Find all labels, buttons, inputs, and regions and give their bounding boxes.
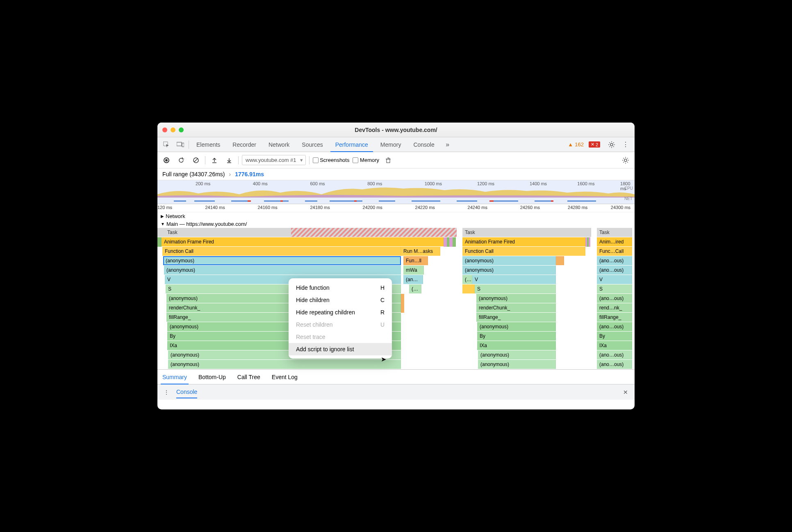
clear-icon[interactable] bbox=[190, 155, 202, 166]
flame-anon[interactable]: (ano…ous) bbox=[597, 350, 632, 359]
flame-aff[interactable]: Animation Frame Fired bbox=[162, 237, 444, 246]
console-drawer-label[interactable]: Console bbox=[176, 389, 197, 398]
close-window-button[interactable] bbox=[162, 127, 167, 132]
flame-bar[interactable] bbox=[556, 256, 564, 265]
flame-s[interactable]: S bbox=[475, 284, 556, 293]
flame-chart[interactable]: Task Task Task Animation Frame Fired Ani… bbox=[157, 228, 635, 369]
divider bbox=[309, 156, 310, 164]
flame-renderchunk[interactable]: renderChunk_ bbox=[476, 303, 556, 312]
svg-rect-19 bbox=[494, 200, 518, 202]
flame-bar[interactable] bbox=[462, 284, 475, 293]
tab-performance[interactable]: Performance bbox=[330, 137, 373, 152]
flame-paren[interactable]: (… bbox=[462, 275, 472, 284]
flame-task[interactable]: Task bbox=[462, 228, 591, 237]
flame-anon[interactable]: (ano…ous) bbox=[597, 322, 632, 331]
tab-network[interactable]: Network bbox=[264, 137, 294, 152]
flame-s[interactable]: S bbox=[597, 284, 632, 293]
flame-v[interactable]: V bbox=[597, 275, 632, 284]
profile-select[interactable]: www.youtube.com #1 bbox=[242, 155, 306, 165]
flame-fc[interactable]: Func…Call bbox=[597, 247, 632, 256]
flame-funll[interactable]: Fun…ll bbox=[403, 256, 428, 265]
tab-console[interactable]: Console bbox=[408, 137, 439, 152]
flame-aff[interactable]: Animation Frame Fired bbox=[462, 237, 585, 246]
divider bbox=[238, 156, 239, 164]
settings-icon[interactable] bbox=[606, 139, 617, 150]
memory-checkbox[interactable]: Memory bbox=[353, 157, 379, 164]
tab-recorder[interactable]: Recorder bbox=[228, 137, 261, 152]
ctx-hide-function[interactable]: Hide functionH bbox=[289, 282, 392, 294]
drawer-kebab-icon[interactable]: ⋮ bbox=[161, 386, 172, 398]
flame-task[interactable]: Task bbox=[597, 228, 632, 237]
flame-anon[interactable]: (anonymous) bbox=[462, 256, 556, 265]
flame-by[interactable]: By bbox=[477, 332, 556, 341]
breadcrumb-current[interactable]: 1776.91ms bbox=[235, 171, 264, 177]
garbage-collect-icon[interactable] bbox=[382, 155, 394, 166]
flame-anon[interactable]: (ano…ous) bbox=[597, 256, 632, 265]
upload-icon[interactable] bbox=[209, 155, 220, 166]
flame-fc[interactable]: Function Call bbox=[462, 247, 585, 256]
warnings-badge[interactable]: ▲ 162 bbox=[568, 141, 584, 148]
flame-fc[interactable]: Function Call bbox=[162, 247, 401, 256]
tab-memory[interactable]: Memory bbox=[376, 137, 406, 152]
flame-by[interactable]: By bbox=[597, 332, 632, 341]
btab-summary[interactable]: Summary bbox=[161, 370, 189, 384]
flame-mwa[interactable]: mWa bbox=[403, 266, 424, 275]
flame-anon[interactable]: (ano…ous) bbox=[597, 294, 632, 303]
btab-calltree[interactable]: Call Tree bbox=[236, 370, 262, 384]
expand-icon: ▶ bbox=[161, 214, 164, 218]
tab-elements[interactable]: Elements bbox=[191, 137, 225, 152]
flame-task[interactable]: Task bbox=[157, 228, 457, 237]
svg-rect-8 bbox=[387, 159, 390, 163]
flame-anon[interactable]: (ano…ous) bbox=[597, 360, 632, 369]
record-icon[interactable] bbox=[161, 155, 172, 166]
breadcrumb-full[interactable]: Full range (34307.26ms) bbox=[162, 171, 225, 177]
flame-anon-selected[interactable]: (anonymous) bbox=[163, 256, 401, 265]
capture-settings-icon[interactable] bbox=[620, 155, 631, 166]
screenshots-checkbox[interactable]: Screenshots bbox=[313, 157, 350, 164]
reload-icon[interactable] bbox=[175, 155, 187, 166]
ctx-hide-repeating[interactable]: Hide repeating childrenR bbox=[289, 306, 392, 318]
flame-anon[interactable]: (anonymous) bbox=[462, 266, 556, 275]
flame-ixa[interactable]: IXa bbox=[477, 341, 556, 350]
device-icon[interactable] bbox=[175, 139, 186, 150]
flame-anon[interactable]: (anonymous) bbox=[477, 322, 556, 331]
ctx-hide-children[interactable]: Hide childrenC bbox=[289, 294, 392, 306]
network-track-header[interactable]: ▶Network bbox=[157, 212, 635, 220]
svg-rect-16 bbox=[379, 200, 395, 202]
download-icon[interactable] bbox=[223, 155, 235, 166]
kebab-icon[interactable]: ⋮ bbox=[620, 139, 631, 150]
more-tabs-icon[interactable]: » bbox=[442, 139, 453, 150]
flame-aff[interactable]: Anim…ired bbox=[597, 237, 632, 246]
flame-fillrange[interactable]: fillRange_ bbox=[597, 313, 632, 322]
btab-bottomup[interactable]: Bottom-Up bbox=[197, 370, 228, 384]
minimize-window-button[interactable] bbox=[171, 127, 175, 132]
btab-eventlog[interactable]: Event Log bbox=[270, 370, 299, 384]
flame-ixa[interactable]: IXa bbox=[597, 341, 632, 350]
maximize-window-button[interactable] bbox=[179, 127, 184, 132]
flame-anon[interactable]: (anonymous) bbox=[476, 294, 556, 303]
errors-badge[interactable]: ✕2 bbox=[586, 141, 600, 148]
flame-anon[interactable]: (anonymous) bbox=[478, 360, 556, 369]
inspect-icon[interactable] bbox=[161, 139, 172, 150]
close-drawer-icon[interactable]: ✕ bbox=[620, 386, 631, 398]
timeline-overview[interactable]: 200 ms 400 ms 600 ms 800 ms 1000 ms 1200… bbox=[157, 180, 635, 204]
flame-renderchunk[interactable]: rend…nk_ bbox=[597, 303, 632, 312]
performance-toolbar: www.youtube.com #1 Screenshots Memory bbox=[157, 152, 635, 168]
flame-anon[interactable]: (anonymous) bbox=[168, 360, 401, 369]
flame-ans[interactable]: (an…s) bbox=[403, 275, 423, 284]
divider bbox=[189, 141, 189, 149]
error-icon: ✕ bbox=[591, 142, 594, 147]
flame-runm[interactable]: Run M…asks bbox=[401, 247, 440, 256]
flame-anon[interactable]: (anonymous) bbox=[478, 350, 556, 359]
tab-sources[interactable]: Sources bbox=[297, 137, 328, 152]
main-track-header[interactable]: ▼Main — https://www.youtube.com/ bbox=[157, 220, 635, 228]
flame-paren[interactable]: (… bbox=[409, 284, 421, 293]
ctx-add-ignore-list[interactable]: Add script to ignore list bbox=[289, 343, 392, 355]
flame-anon[interactable]: (ano…ous) bbox=[597, 266, 632, 275]
flame-anon[interactable]: (anonymous) bbox=[164, 266, 401, 275]
flame-v[interactable]: V bbox=[472, 275, 556, 284]
collapse-icon: ▼ bbox=[161, 222, 165, 226]
svg-rect-17 bbox=[412, 200, 440, 202]
flame-fillrange[interactable]: fillRange_ bbox=[476, 313, 556, 322]
detail-ruler[interactable]: 120 ms 24140 ms 24160 ms 24180 ms 24200 … bbox=[157, 204, 635, 212]
